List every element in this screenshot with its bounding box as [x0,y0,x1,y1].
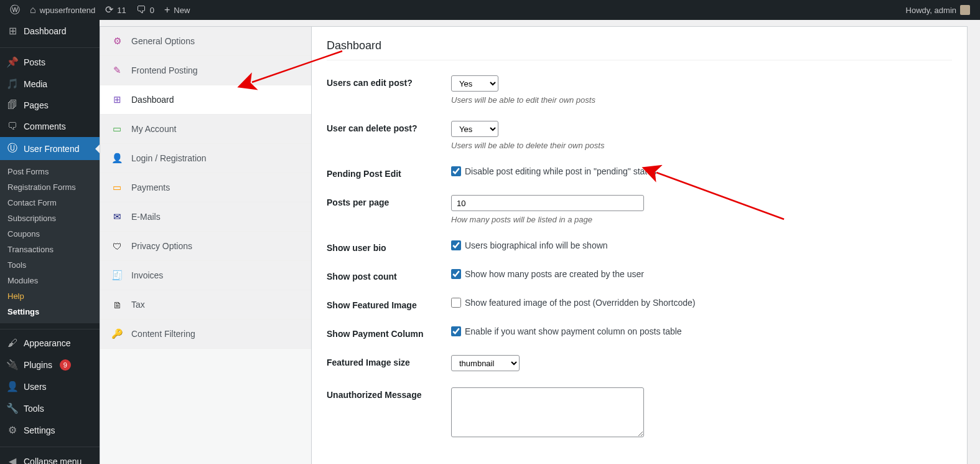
menu-settings[interactable]: ⚙Settings [0,419,100,441]
tab-privacy[interactable]: 🛡Privacy Options [100,232,311,261]
collapse-menu[interactable]: ◀Collapse menu [0,450,100,464]
menu-user-frontend[interactable]: ⓊUser Frontend [0,137,100,160]
document-icon: 🗎 [111,299,123,310]
invoice-icon: 🧾 [111,270,123,281]
user-icon: 👤 [6,381,19,392]
check-payment-column[interactable] [451,326,461,336]
menu-tools[interactable]: 🔧Tools [0,397,100,419]
user-frontend-submenu: Post Forms Registration Forms Contact Fo… [0,160,100,323]
label-users-edit: Users can edit post? [327,75,451,105]
comments-link[interactable]: 🗨0 [131,0,159,20]
check-show-count[interactable] [451,269,461,279]
check-pending-edit[interactable] [451,166,461,176]
plugins-count-badge: 9 [60,359,71,371]
label-show-bio: Show user bio [327,240,451,253]
menu-posts[interactable]: 📌Posts [0,51,100,73]
tab-emails[interactable]: ✉E-Mails [100,202,311,232]
tab-invoices[interactable]: 🧾Invoices [100,261,311,290]
site-name: wpuserfrontend [40,6,96,15]
submenu-post-forms[interactable]: Post Forms [0,164,100,179]
submenu-transactions[interactable]: Transactions [0,242,100,257]
updates-count: 11 [117,6,126,15]
submenu-help[interactable]: Help [0,288,100,304]
admin-menu: ⊞Dashboard 📌Posts 🎵Media 🗐Pages 🗨Comment… [0,20,100,464]
tab-login[interactable]: 👤Login / Registration [100,144,311,173]
submenu-contact-form[interactable]: Contact Form [0,195,100,211]
check-payment-column-label[interactable]: Enable if you want show payment column o… [451,326,952,336]
content-area: ⚙General Options ✎Frontend Posting ⊞Dash… [100,20,980,464]
sliders-icon: ⚙ [6,424,19,436]
pin-icon: 📌 [6,56,19,68]
comment-icon: 🗨 [6,121,19,132]
site-name-link[interactable]: ⌂wpuserfrontend [25,0,100,20]
media-icon: 🎵 [6,78,19,90]
submenu-registration-forms[interactable]: Registration Forms [0,179,100,195]
check-show-bio[interactable] [451,240,461,250]
label-posts-per-page: Posts per page [327,195,451,224]
dashboard-icon: ⊞ [111,94,123,105]
collapse-icon: ◀ [6,455,19,464]
label-featured-image: Show Featured Image [327,298,451,310]
menu-plugins[interactable]: 🔌Plugins9 [0,354,100,376]
tab-general[interactable]: ⚙General Options [100,27,311,56]
submenu-modules[interactable]: Modules [0,273,100,288]
new-content-link[interactable]: +New [159,0,195,20]
comment-icon: 🗨 [136,5,146,15]
label-show-count: Show post count [327,269,451,282]
label-unauth-message: Unauthorized Message [327,387,451,439]
menu-pages[interactable]: 🗐Pages [0,95,100,116]
check-pending-edit-label[interactable]: Disable post editing while post in "pend… [451,166,952,176]
page-icon: 🗐 [6,100,19,111]
avatar [960,5,970,15]
wordpress-icon: ⓦ [10,5,20,15]
menu-dashboard[interactable]: ⊞Dashboard [0,20,100,42]
check-show-count-label[interactable]: Show how many posts are created by the u… [451,269,952,279]
menu-comments[interactable]: 🗨Comments [0,116,100,137]
input-posts-per-page[interactable] [451,195,644,211]
admin-bar: ⓦ ⌂wpuserfrontend ⟳11 🗨0 +New Howdy, adm… [0,0,980,20]
card-icon: ▭ [111,123,123,135]
check-show-bio-label[interactable]: Users biographical info will be shown [451,240,952,250]
menu-media[interactable]: 🎵Media [0,73,100,95]
label-users-delete: User can delete post? [327,121,451,150]
tab-content-filtering[interactable]: 🔑Content Filtering [100,320,311,349]
mail-icon: ✉ [111,211,123,222]
label-pending-edit: Pending Post Edit [327,166,451,179]
select-users-edit[interactable]: Yes [451,75,498,92]
menu-appearance[interactable]: 🖌Appearance [0,333,100,354]
submenu-subscriptions[interactable]: Subscriptions [0,211,100,226]
check-featured-image-label[interactable]: Show featured image of the post (Overrid… [451,298,952,308]
account-link[interactable]: Howdy, admin [901,0,975,20]
menu-users[interactable]: 👤Users [0,376,100,397]
tab-my-account[interactable]: ▭My Account [100,115,311,144]
label-image-size: Featured Image size [327,355,451,371]
submenu-settings[interactable]: Settings [0,304,100,320]
edit-icon: ✎ [111,65,123,76]
plus-icon: + [164,5,170,15]
submenu-tools[interactable]: Tools [0,257,100,273]
shield-icon: 🛡 [111,240,123,252]
tab-payments[interactable]: ▭Payments [100,173,311,202]
check-featured-image[interactable] [451,298,461,308]
desc-users-edit: Users will be able to edit their own pos… [451,95,952,105]
dashboard-icon: ⊞ [6,25,19,37]
update-icon: ⟳ [105,5,113,15]
plugin-icon: 🔌 [6,359,19,371]
wp-logo-link[interactable]: ⓦ [5,0,25,20]
gear-icon: ⚙ [111,36,123,47]
credit-card-icon: ▭ [111,182,123,193]
tab-dashboard[interactable]: ⊞Dashboard [100,85,311,115]
tab-frontend-posting[interactable]: ✎Frontend Posting [100,56,311,85]
new-label: New [174,6,190,15]
tab-tax[interactable]: 🗎Tax [100,290,311,320]
select-users-delete[interactable]: Yes [451,121,498,137]
panel-title: Dashboard [327,39,952,60]
wrench-icon: 🔧 [6,402,19,414]
textarea-unauth-message[interactable] [451,387,644,437]
desc-users-delete: Users will be able to delete their own p… [451,141,952,150]
label-payment-column: Show Payment Column [327,326,451,339]
updates-link[interactable]: ⟳11 [100,0,131,20]
howdy-text: Howdy, admin [906,6,956,15]
select-image-size[interactable]: thumbnail [451,355,520,371]
submenu-coupons[interactable]: Coupons [0,226,100,242]
